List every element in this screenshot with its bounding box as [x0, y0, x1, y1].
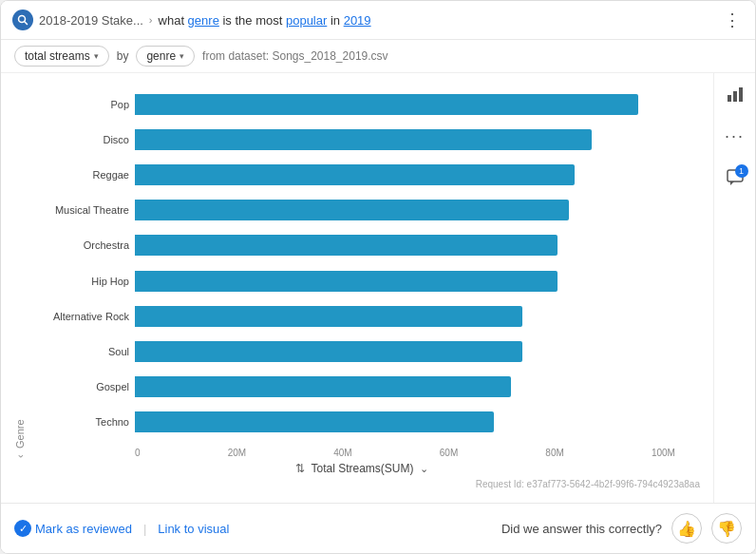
thumbs-up-button[interactable]: 👍	[671, 513, 702, 544]
x-tick: 80M	[545, 448, 563, 458]
bar-track: 67M	[135, 306, 713, 327]
bar-label: Hip Hop	[29, 276, 129, 287]
more-options-icon[interactable]: ···	[722, 123, 748, 149]
bar-row: Musical Theatre75M	[29, 200, 713, 220]
bar-fill	[135, 306, 522, 327]
bar-label: Reggae	[29, 169, 129, 181]
request-id: Request Id: e37af773-5642-4b2f-99f6-794c…	[10, 477, 713, 493]
dimension-label: genre	[146, 49, 176, 63]
footer-divider: |	[143, 522, 146, 536]
bar-label: Musical Theatre	[29, 204, 129, 216]
x-tick: 40M	[333, 448, 351, 458]
bar-track: 62M	[135, 411, 713, 432]
bar-track: 79M	[135, 129, 713, 150]
bar-label: Orchestra	[29, 239, 129, 251]
query-genre: genre	[188, 13, 219, 28]
query-year: 2019	[344, 13, 371, 28]
bar-label: Pop	[29, 99, 129, 110]
breadcrumb-arrow-icon: ›	[149, 14, 153, 26]
bar-track: 65M	[135, 376, 713, 397]
bar-track: 73M	[135, 235, 713, 256]
footer-right: Did we answer this correctly? 👍 👎	[501, 513, 742, 544]
y-axis-arrow-icon: ‹	[14, 454, 26, 458]
query-part3: in	[327, 13, 343, 28]
link-visual-button[interactable]: Link to visual	[158, 522, 229, 536]
header-left: 2018-2019 Stake... › what genre is the m…	[12, 10, 713, 30]
dataset-label: from dataset: Songs_2018_2019.csv	[202, 49, 387, 63]
comment-badge: 1	[735, 164, 748, 178]
x-axis-label-row: ⇅ Total Streams(SUM) ⌄	[10, 458, 713, 477]
thumbs-up-icon: 👍	[677, 520, 696, 538]
controls-bar: total streams ▾ by genre ▾ from dataset:…	[1, 40, 755, 73]
bar-track: 87M	[135, 94, 713, 115]
thumbs-down-icon: 👎	[717, 520, 736, 538]
mark-reviewed-button[interactable]: Mark as reviewed	[35, 522, 132, 536]
x-tick: 20M	[228, 448, 246, 458]
breadcrumb: 2018-2019 Stake...	[39, 13, 143, 28]
comment-icon[interactable]: 1	[722, 164, 748, 191]
svg-rect-2	[728, 95, 731, 102]
bar-track: 67M	[135, 341, 713, 362]
svg-line-1	[25, 22, 28, 25]
sort-icon[interactable]: ⇅	[295, 462, 305, 475]
svg-rect-3	[733, 91, 737, 102]
y-axis-text: Genre	[14, 420, 26, 449]
bar-row: Hip Hop73M	[29, 271, 713, 292]
bar-row: Soul67M	[29, 341, 713, 362]
bar-fill	[135, 271, 558, 292]
bar-track: 73M	[135, 271, 713, 292]
bars-container: Pop87MDisco79MReggae76MMusical Theatre75…	[29, 83, 713, 444]
bar-row: Techno62M	[29, 411, 713, 432]
x-tick: 60M	[440, 448, 458, 458]
bar-label: Techno	[29, 416, 129, 428]
bar-fill	[135, 94, 638, 115]
chart-inner: Pop87MDisco79MReggae76MMusical Theatre75…	[29, 83, 713, 458]
footer-left: ✓ Mark as reviewed | Link to visual	[14, 520, 501, 537]
search-icon	[12, 10, 33, 30]
bar-label: Disco	[29, 134, 129, 145]
thumbs-down-button[interactable]: 👎	[711, 513, 742, 544]
more-menu-button[interactable]: ⋮	[721, 9, 744, 31]
bar-label: Soul	[29, 346, 129, 357]
main-content: ‹ Genre Pop87MDisco79MReggae76MMusical T…	[1, 73, 755, 503]
answer-question-label: Did we answer this correctly?	[501, 522, 662, 536]
bar-row: Gospel65M	[29, 376, 713, 397]
x-ticks: 020M40M60M80M100M	[135, 448, 675, 458]
x-axis: 020M40M60M80M100M	[29, 448, 713, 458]
bar-fill	[135, 200, 569, 220]
by-label: by	[117, 49, 129, 63]
right-panel: ··· 1	[713, 73, 755, 503]
chart-wrapper: ‹ Genre Pop87MDisco79MReggae76MMusical T…	[10, 83, 713, 458]
chart-area: ‹ Genre Pop87MDisco79MReggae76MMusical T…	[1, 73, 713, 503]
x-axis-label: Total Streams(SUM)	[311, 462, 413, 475]
chart-type-icon[interactable]	[722, 81, 748, 107]
query-popular: popular	[286, 13, 327, 28]
bar-label: Gospel	[29, 381, 129, 392]
bar-row: Pop87M	[29, 94, 713, 115]
bar-row: Disco79M	[29, 129, 713, 150]
dimension-dropdown-icon: ▾	[180, 51, 184, 61]
bar-label: Alternative Rock	[29, 311, 129, 322]
bar-fill	[135, 411, 494, 432]
y-axis-label: ‹ Genre	[10, 83, 29, 458]
main-card: 2018-2019 Stake... › what genre is the m…	[0, 0, 756, 554]
svg-rect-4	[739, 87, 743, 102]
bar-track: 75M	[135, 200, 713, 220]
bar-fill	[135, 164, 575, 185]
metric-selector[interactable]: total streams ▾	[14, 46, 109, 67]
x-tick: 100M	[652, 448, 675, 458]
bar-row: Orchestra73M	[29, 235, 713, 256]
footer: ✓ Mark as reviewed | Link to visual Did …	[1, 503, 755, 553]
header: 2018-2019 Stake... › what genre is the m…	[1, 1, 755, 40]
bar-row: Reggae76M	[29, 164, 713, 185]
bar-fill	[135, 235, 558, 256]
x-axis-chevron-icon[interactable]: ⌄	[420, 463, 428, 475]
metric-dropdown-icon: ▾	[94, 51, 99, 61]
query-text: what genre is the most popular in 2019	[159, 13, 371, 28]
metric-label: total streams	[25, 49, 90, 63]
bar-fill	[135, 376, 511, 397]
query-part1: what	[159, 13, 188, 28]
check-icon: ✓	[14, 520, 31, 537]
bar-track: 76M	[135, 164, 713, 185]
dimension-selector[interactable]: genre ▾	[136, 46, 195, 67]
